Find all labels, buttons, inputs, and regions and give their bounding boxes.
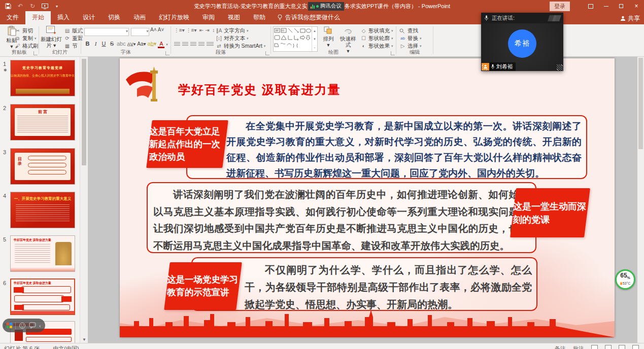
- paragraph-dialog-launcher[interactable]: [265, 51, 269, 55]
- text-direction-button[interactable]: ∥A文字方向 ▾: [216, 27, 265, 34]
- list-buttons[interactable]: ⋮≡▾ ⋮≡▾ ⇤ ⇥ ↕⋮: [174, 27, 220, 33]
- italic-button[interactable]: I: [92, 41, 99, 47]
- block2-tag[interactable]: 这是一堂生动而深刻的党课: [510, 188, 590, 237]
- meeting-floating-toolbar[interactable]: ‹: [3, 319, 45, 332]
- slide-thumbnail-1[interactable]: 党史学习教育专题党课 以饱满的热情、全身心投入到党史学习教育中去: [10, 60, 75, 96]
- title-bar: ↶ ↻ ▾ 党史学习教育活动-党史学习教育的重大意义实 腾讯会议 务求实效PPT…: [0, 0, 644, 12]
- undo-icon[interactable]: ↶: [16, 2, 24, 10]
- slide-thumbnail-6-current[interactable]: 学好百年党史 汲取奋进力量: [10, 278, 75, 315]
- tab-file[interactable]: 文件: [0, 11, 25, 24]
- ribbon-display-options-icon[interactable]: [583, 0, 598, 12]
- editor-scrollbar[interactable]: [637, 57, 644, 343]
- status-comments-button[interactable]: 批注: [573, 345, 584, 349]
- brush-icon: 🖌︎: [14, 43, 21, 49]
- clipboard-dialog-launcher[interactable]: [33, 51, 38, 55]
- tencent-meeting-chip[interactable]: 腾讯会议: [308, 2, 344, 11]
- reading-view-icon[interactable]: [619, 345, 625, 349]
- shapes-gallery[interactable]: ▲▼⌄: [273, 26, 318, 52]
- start-slideshow-icon[interactable]: [41, 2, 49, 10]
- shapes-gallery-scroll[interactable]: ▲▼⌄: [312, 27, 317, 51]
- tell-me-box[interactable]: 告诉我你想要做什么: [272, 11, 345, 24]
- status-notes-button[interactable]: 备注: [555, 345, 566, 349]
- group-clipboard: 粘贴▾ ✂剪切 ⧉复制 ▾ 🖌︎格式刷 剪贴板: [0, 24, 39, 56]
- font-dialog-launcher[interactable]: [165, 51, 170, 55]
- shape-fill-button[interactable]: ◇形状填充 ▾: [360, 27, 393, 34]
- resize-handle[interactable]: [482, 64, 488, 71]
- system-monitor-widget[interactable]: 65% 53°C: [615, 269, 635, 290]
- cut-button[interactable]: ✂剪切: [14, 27, 39, 34]
- share-button[interactable]: 共享: [620, 14, 640, 23]
- current-slide[interactable]: 学好百年党史 汲取奋进力量 在全党集中开展党史学习教育，是新中国成立以来的第一次…: [120, 58, 615, 337]
- block3-text[interactable]: 不仅阐明了为什么学、学什么，而且指出了怎么学、怎么干，为各级领导干部特别是高级干…: [245, 261, 532, 313]
- maximize-icon[interactable]: [614, 0, 629, 12]
- tab-transitions[interactable]: 切换: [101, 11, 127, 24]
- font-color-button[interactable]: A: [158, 41, 164, 48]
- block1-tag[interactable]: 这是百年大党立足新起点作出的一次政治动员: [146, 120, 228, 168]
- arrange-icon: [320, 26, 337, 34]
- save-icon[interactable]: [4, 2, 12, 10]
- reset-button[interactable]: ⟳重置: [64, 34, 83, 42]
- scroll-down-arrow[interactable]: ▼: [80, 337, 88, 342]
- meeting-header: 正在讲话:: [481, 13, 563, 23]
- slideshow-view-icon[interactable]: [632, 345, 639, 349]
- meeting-audio-icon: [311, 4, 315, 9]
- text-shadow-button[interactable]: abc: [117, 41, 126, 47]
- meeting-video-area[interactable]: 希裕 刘希裕: [481, 23, 563, 71]
- tab-home[interactable]: 开始: [25, 11, 51, 24]
- font-grow-shrink[interactable]: A˄ A˅: [150, 27, 164, 32]
- window-title-right: 务求实效PPT课件（带内容） - PowerPoint: [345, 3, 450, 10]
- align-text-button[interactable]: [↕]对齐文本 ▾: [216, 34, 265, 42]
- tab-design[interactable]: 设计: [76, 11, 101, 24]
- status-language[interactable]: 中文(中国): [53, 345, 79, 349]
- tab-slideshow[interactable]: 幻灯片放映: [152, 11, 196, 24]
- slide-thumbnail-4[interactable]: 一、开展党史学习教育的重大意义: [10, 192, 75, 228]
- apps-grid-icon[interactable]: [7, 323, 12, 328]
- tab-view[interactable]: 视图: [221, 11, 247, 24]
- layout-button[interactable]: ▤版式: [64, 27, 83, 34]
- tencent-meeting-overlay[interactable]: 正在讲话: 希裕 刘希裕: [481, 13, 563, 71]
- customize-qat-icon[interactable]: ▾: [53, 2, 61, 10]
- thumbnail-scrollbar[interactable]: ▼: [80, 57, 88, 343]
- slides-small-buttons: ▤版式 ⟳重置 ▦节: [64, 27, 83, 50]
- align-buttons[interactable]: [174, 40, 216, 49]
- new-slide-button[interactable]: ✦ 新建幻灯片 ▾: [40, 26, 63, 48]
- strikethrough-button[interactable]: S: [109, 41, 115, 47]
- copy-icon: ⧉: [14, 36, 21, 42]
- underline-button[interactable]: U: [100, 41, 107, 47]
- tab-review[interactable]: 审阅: [196, 11, 221, 24]
- slide-thumbnail-3[interactable]: 目录: [10, 148, 75, 185]
- normal-view-icon[interactable]: [591, 345, 598, 349]
- slide-thumbnail-2[interactable]: 前 言: [10, 104, 75, 141]
- highlight-color-button[interactable]: ab̲▾: [148, 41, 157, 47]
- replace-button[interactable]: ab替换 ▾: [399, 34, 422, 42]
- drawing-dialog-launcher[interactable]: [391, 51, 395, 55]
- block1-text[interactable]: 在全党集中开展党史学习教育，是新中国成立以来的第一次。讲话深刻阐述了开展党史学习…: [226, 118, 582, 181]
- slide-thumbnail-5[interactable]: 学好百年党史 汲取奋进力量: [10, 235, 75, 272]
- slide-title[interactable]: 学好百年党史 汲取奋进力量: [178, 82, 341, 98]
- bold-button[interactable]: B: [84, 41, 91, 47]
- chat-icon[interactable]: [29, 322, 36, 329]
- redo-icon[interactable]: ↻: [28, 2, 37, 10]
- tab-animations[interactable]: 动画: [127, 11, 152, 24]
- char-spacing-button[interactable]: A̲V̲▾: [127, 42, 136, 47]
- mic-icon: [491, 64, 495, 69]
- drawing-group-label: 绘图: [271, 49, 396, 56]
- block3-tag[interactable]: 这是一场党史学习教育的示范宣讲: [164, 262, 242, 310]
- font-name-combo[interactable]: [84, 28, 129, 36]
- slide-sorter-icon[interactable]: [605, 345, 612, 349]
- resize-handle[interactable]: [557, 64, 563, 71]
- block2-text[interactable]: 讲话深刻阐明了我们党在波澜壮阔的百年历史中，如何推进理论创新、如何始终以马克思主…: [153, 186, 529, 254]
- login-button[interactable]: 登录: [550, 2, 570, 11]
- minimize-icon[interactable]: [598, 0, 614, 12]
- tab-insert[interactable]: 插入: [51, 11, 76, 24]
- copy-button[interactable]: ⧉复制 ▾: [14, 34, 39, 42]
- close-icon[interactable]: ×: [629, 0, 644, 12]
- tab-help[interactable]: 帮助: [247, 11, 272, 24]
- collapse-toolbar-icon[interactable]: ‹: [39, 323, 41, 329]
- change-case-button[interactable]: Aa▾: [137, 41, 146, 47]
- arrange-button[interactable]: 排列▾: [320, 26, 337, 48]
- find-button[interactable]: 查找: [399, 27, 422, 34]
- font-size-combo[interactable]: [131, 28, 149, 36]
- emoji-icon[interactable]: [19, 322, 26, 329]
- shape-outline-button[interactable]: ☐形状轮廓 ▾: [360, 34, 393, 42]
